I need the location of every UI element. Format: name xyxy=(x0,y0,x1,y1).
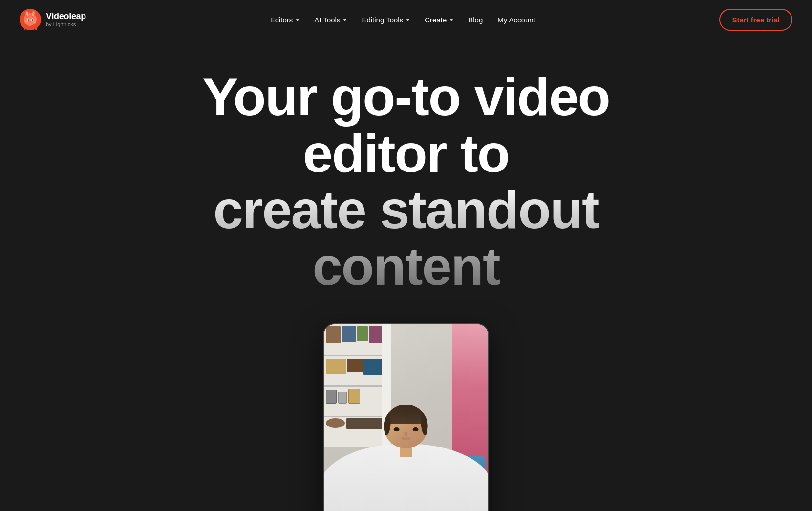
chevron-down-icon xyxy=(449,19,453,21)
shelf-books-row2 xyxy=(326,359,384,375)
svg-point-8 xyxy=(28,19,29,20)
video-card xyxy=(323,323,489,511)
logo-link[interactable]: Videoleap by Lightricks xyxy=(20,9,86,30)
nav-link-editing-tools[interactable]: Editing Tools xyxy=(356,12,416,28)
hero-headline: Your go-to video editor to create stando… xyxy=(137,68,675,294)
person-head xyxy=(384,405,428,448)
nav-item-my-account: My Account xyxy=(491,12,541,28)
video-still xyxy=(324,324,488,511)
nav-cta: Start free trial xyxy=(719,9,792,31)
hero-section: Your go-to video editor to create stando… xyxy=(0,39,812,511)
brand-name: Videoleap xyxy=(46,12,86,21)
nav-link-editors[interactable]: Editors xyxy=(264,12,306,28)
video-card-wrapper xyxy=(0,323,812,511)
nav-item-create: Create xyxy=(419,12,459,28)
nav-item-blog: Blog xyxy=(462,12,489,28)
nav-links: Editors AI Tools Editing Tools Create xyxy=(264,12,541,28)
nav-link-ai-tools[interactable]: AI Tools xyxy=(308,12,353,28)
nav-link-create[interactable]: Create xyxy=(419,12,459,28)
svg-point-9 xyxy=(32,19,33,20)
nav-link-my-account[interactable]: My Account xyxy=(491,12,541,28)
nav-item-editing-tools: Editing Tools xyxy=(356,12,416,28)
chevron-down-icon xyxy=(343,19,347,21)
person-lips xyxy=(401,437,411,440)
logo-icon xyxy=(20,9,41,30)
start-trial-button[interactable]: Start free trial xyxy=(719,9,792,31)
nav-item-ai-tools: AI Tools xyxy=(308,12,353,28)
svg-point-11 xyxy=(33,21,36,23)
person-hair-side-right xyxy=(421,409,428,435)
chevron-down-icon xyxy=(406,19,410,21)
svg-point-10 xyxy=(25,21,28,23)
brand-sub: by Lightricks xyxy=(46,21,86,27)
navbar: Videoleap by Lightricks Editors AI Tools… xyxy=(0,0,812,39)
person-eye-left xyxy=(394,427,400,431)
nav-link-blog[interactable]: Blog xyxy=(462,12,489,28)
chevron-down-icon xyxy=(296,19,299,21)
nav-item-editors: Editors xyxy=(264,12,306,28)
person-eye-right xyxy=(412,427,418,431)
person-nose xyxy=(405,432,407,436)
shelf-books-row1 xyxy=(326,326,384,343)
shelf-1 xyxy=(324,355,385,356)
hero-title: Your go-to video editor to create stando… xyxy=(157,68,655,294)
hero-title-line2: create standout content xyxy=(213,179,598,296)
logo-text: Videoleap by Lightricks xyxy=(46,12,86,27)
person-figure xyxy=(341,375,472,511)
hero-title-line1: Your go-to video editor to xyxy=(202,66,610,183)
